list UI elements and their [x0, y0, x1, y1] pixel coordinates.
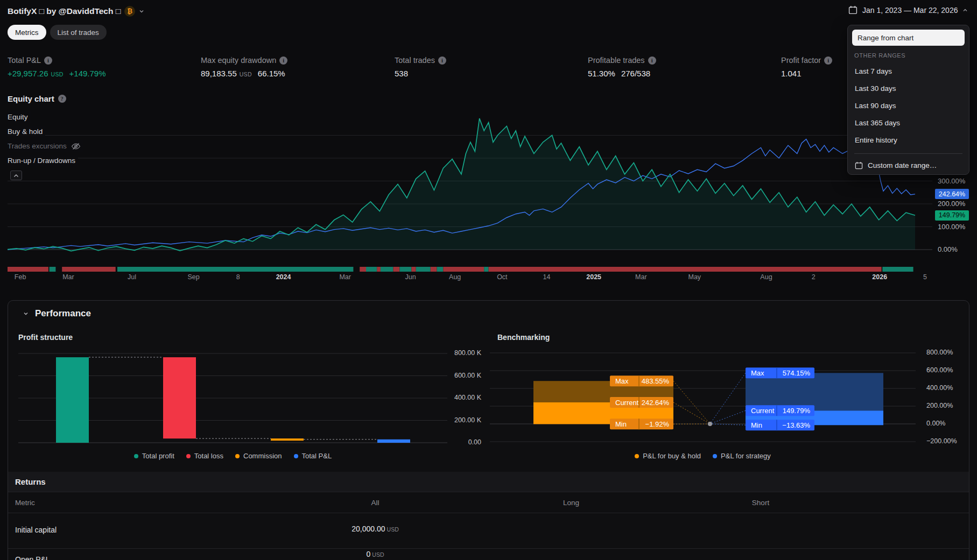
x-axis-tick-label: Mar — [53, 273, 83, 281]
menu-item-last-90-days[interactable]: Last 90 days — [848, 97, 969, 115]
legend-item[interactable]: P&L for strategy — [713, 452, 771, 460]
eye-off-icon[interactable] — [71, 143, 81, 150]
metric-profitable-trades: Profitable tradesi 51.30%276/538 — [588, 56, 656, 78]
performance-header[interactable]: Performance — [23, 308, 91, 319]
legend-item-runup-drawdowns[interactable]: Run-up / Drawdowns — [8, 155, 78, 166]
info-icon[interactable]: i — [648, 56, 656, 65]
row-label-open-pnl: Open P&L — [15, 555, 50, 560]
svg-text:574.15%: 574.15% — [783, 369, 811, 377]
tab-metrics[interactable]: Metrics — [8, 25, 46, 40]
legend-item-buy-and-hold[interactable]: Buy & hold — [8, 126, 45, 137]
y-axis-tick-label: 600.00 K — [438, 372, 481, 379]
svg-text:−13.63%: −13.63% — [782, 421, 810, 429]
y-axis-tick-label: 200.00 K — [438, 416, 481, 424]
bar-Total profit — [56, 357, 89, 443]
legend-item-equity[interactable]: Equity — [8, 111, 31, 123]
metric-value: 51.30% — [588, 69, 615, 78]
legend-item[interactable]: Total P&L — [294, 452, 332, 460]
metric-total-trades: Total tradesi 538 — [395, 56, 446, 78]
menu-item-entire-history[interactable]: Entire history — [848, 132, 969, 149]
benchmarking-legend: P&L for buy & holdP&L for strategy — [490, 452, 916, 460]
profit-structure-chart[interactable] — [18, 348, 482, 455]
bar-Total P&L — [377, 440, 410, 443]
legend-dot-icon — [713, 454, 717, 458]
menu-item-last-365-days[interactable]: Last 365 days — [848, 115, 969, 132]
metric-value: 89,183.55 — [201, 69, 237, 78]
legend-dot-icon — [294, 454, 298, 458]
svg-text:Current: Current — [751, 407, 775, 415]
legend-item[interactable]: Commission — [235, 452, 282, 460]
x-axis-tick-label: 14 — [531, 273, 561, 281]
profit-structure-legend: Total profitTotal lossCommissionTotal P&… — [18, 452, 447, 460]
y-axis-tick-label: 800.00% — [926, 349, 969, 356]
menu-item-last-7-days[interactable]: Last 7 days — [848, 63, 969, 80]
column-header-short: Short — [728, 499, 793, 507]
calendar-icon — [855, 161, 863, 169]
chevron-up-icon — [13, 174, 19, 178]
svg-text:Current: Current — [615, 399, 639, 407]
performance-title: Performance — [35, 308, 91, 319]
svg-text:Max: Max — [751, 369, 764, 377]
y-axis-tick-label: −200.00% — [926, 437, 969, 445]
metric-extra: +149.79% — [69, 69, 106, 78]
metric-unit: USD — [240, 71, 252, 77]
performance-panel: Performance Profit structure Benchmarkin… — [8, 300, 969, 560]
current-value-badge: 149.79% — [935, 210, 969, 221]
equity-chart-title: Equity chart ? — [8, 94, 66, 103]
menu-divider — [854, 153, 962, 154]
svg-text:Min: Min — [751, 421, 762, 429]
y-axis-tick-label: 200.00% — [938, 200, 965, 208]
x-axis-tick-label: Aug — [751, 273, 781, 281]
legend-dot-icon — [186, 454, 191, 458]
legend-dot-icon — [635, 454, 639, 458]
svg-text:242.64%: 242.64% — [642, 399, 670, 407]
metric-label: Profitable trades — [588, 56, 645, 65]
info-icon[interactable]: i — [279, 56, 287, 65]
strategy-title-row[interactable]: BotifyX □ by @DaviddTech □ ₿ — [8, 6, 144, 17]
info-icon[interactable]: i — [438, 56, 446, 65]
metric-label: Total P&L — [8, 56, 41, 65]
help-icon[interactable]: ? — [58, 95, 66, 103]
info-icon[interactable]: i — [44, 56, 52, 65]
svg-text:Max: Max — [615, 377, 629, 385]
x-axis-tick-label: May — [679, 273, 709, 281]
column-header-metric: Metric — [15, 499, 35, 507]
column-header-long: Long — [539, 499, 603, 507]
legend-item[interactable]: P&L for buy & hold — [635, 452, 701, 460]
metric-label: Max equity drawdown — [201, 56, 276, 65]
equity-chart-title-text: Equity chart — [8, 94, 54, 103]
svg-text:149.79%: 149.79% — [783, 407, 811, 415]
y-axis-tick-label: 200.00% — [926, 402, 969, 409]
legend-item-trades-excursions[interactable]: Trades excursions — [8, 140, 83, 152]
row-label-initial-capital: Initial capital — [15, 526, 57, 534]
x-axis-tick-label: Mar — [330, 273, 360, 281]
menu-item-custom-date-range[interactable]: Custom date range… — [848, 157, 969, 174]
y-axis-tick-label: 0.00 — [438, 438, 481, 446]
benchmarking-chart[interactable]: Max483.55%Current242.64%Min−1.92%Max574.… — [490, 348, 962, 455]
metric-max-drawdown: Max equity drawdowni 89,183.55USD66.15% — [201, 56, 287, 78]
x-axis-tick-label: 2025 — [579, 273, 609, 281]
x-axis-tick-label: Oct — [487, 273, 517, 281]
y-axis-tick-label: 400.00 K — [438, 394, 481, 401]
date-range-menu: Range from chart OTHER RANGES Last 7 day… — [847, 25, 969, 175]
menu-item-last-30-days[interactable]: Last 30 days — [848, 80, 969, 97]
column-header-all: All — [343, 499, 407, 507]
chart-collapse-button[interactable] — [10, 171, 22, 180]
svg-text:483.55%: 483.55% — [642, 377, 670, 385]
x-axis-tick-label: Mar — [626, 273, 656, 281]
tab-list-of-trades[interactable]: List of trades — [50, 25, 107, 40]
metric-profit-factor: Profit factori 1.041 — [781, 56, 832, 78]
x-axis-tick-label: Aug — [440, 273, 470, 281]
legend-item[interactable]: Total loss — [186, 452, 223, 460]
y-axis-tick-label: 0.00% — [938, 245, 958, 253]
info-icon[interactable]: i — [824, 56, 832, 65]
x-axis-tick-label: 8 — [223, 273, 253, 281]
chevron-down-icon — [23, 311, 29, 316]
equity-chart[interactable] — [0, 108, 977, 288]
y-axis-tick-label: 100.00% — [938, 223, 965, 231]
date-range-button[interactable]: Jan 1, 2023 — Mar 22, 2026 — [848, 5, 968, 15]
metric-value: 1.041 — [781, 69, 802, 78]
y-axis-tick-label: 800.00 K — [438, 349, 481, 357]
legend-item[interactable]: Total profit — [134, 452, 174, 460]
menu-item-range-from-chart[interactable]: Range from chart — [852, 30, 965, 46]
